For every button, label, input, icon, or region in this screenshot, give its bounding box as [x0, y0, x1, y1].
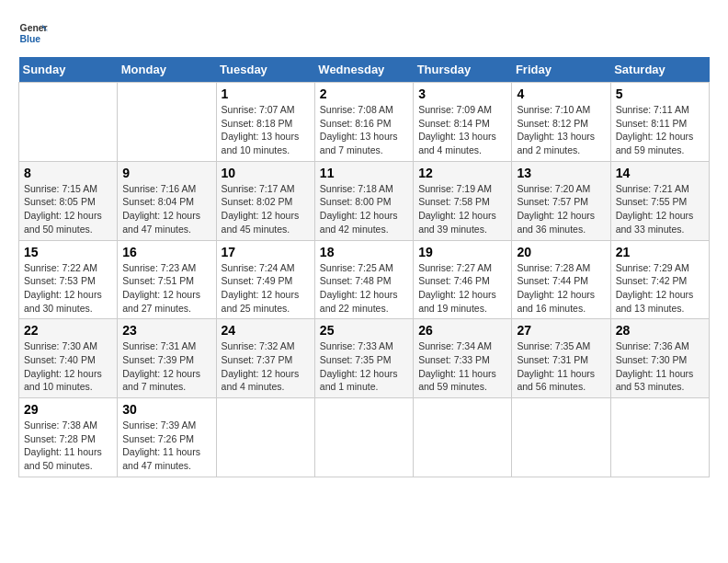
- day-detail: Sunrise: 7:19 AMSunset: 7:58 PMDaylight:…: [418, 182, 506, 236]
- calendar-cell: 10Sunrise: 7:17 AMSunset: 8:02 PMDayligh…: [216, 161, 314, 240]
- day-detail: Sunrise: 7:36 AMSunset: 7:30 PMDaylight:…: [616, 339, 704, 394]
- col-header-monday: Monday: [118, 57, 216, 83]
- day-number: 2: [320, 86, 408, 101]
- day-number: 21: [616, 245, 704, 259]
- col-header-wednesday: Wednesday: [314, 57, 413, 83]
- day-number: 15: [24, 245, 112, 259]
- day-detail: Sunrise: 7:21 AMSunset: 7:55 PMDaylight:…: [616, 182, 704, 236]
- day-detail: Sunrise: 7:08 AMSunset: 8:16 PMDaylight:…: [320, 103, 408, 157]
- day-detail: Sunrise: 7:09 AMSunset: 8:14 PMDaylight:…: [418, 103, 506, 157]
- day-detail: Sunrise: 7:16 AMSunset: 8:04 PMDaylight:…: [122, 182, 210, 236]
- day-number: 19: [418, 245, 506, 259]
- day-detail: Sunrise: 7:07 AMSunset: 8:18 PMDaylight:…: [222, 103, 310, 157]
- day-number: 24: [222, 323, 310, 338]
- calendar-cell: [512, 398, 610, 477]
- logo: General Blue: [18, 18, 48, 48]
- day-detail: Sunrise: 7:33 AMSunset: 7:35 PMDaylight:…: [320, 339, 408, 394]
- calendar-cell: [610, 398, 709, 477]
- week-row-1: 1Sunrise: 7:07 AMSunset: 8:18 PMDaylight…: [19, 83, 710, 162]
- day-detail: Sunrise: 7:17 AMSunset: 8:02 PMDaylight:…: [222, 182, 310, 236]
- calendar-cell: 21Sunrise: 7:29 AMSunset: 7:42 PMDayligh…: [610, 240, 709, 319]
- day-number: 22: [24, 323, 112, 338]
- day-number: 11: [320, 166, 408, 180]
- calendar-cell: 5Sunrise: 7:11 AMSunset: 8:11 PMDaylight…: [610, 83, 709, 162]
- day-number: 25: [320, 323, 408, 338]
- day-number: 3: [418, 86, 506, 101]
- day-detail: Sunrise: 7:32 AMSunset: 7:37 PMDaylight:…: [222, 339, 310, 394]
- week-row-2: 8Sunrise: 7:15 AMSunset: 8:05 PMDaylight…: [19, 161, 710, 240]
- calendar-cell: 18Sunrise: 7:25 AMSunset: 7:48 PMDayligh…: [314, 240, 413, 319]
- day-detail: Sunrise: 7:27 AMSunset: 7:46 PMDaylight:…: [418, 261, 506, 316]
- day-number: 29: [24, 402, 112, 417]
- week-row-4: 22Sunrise: 7:30 AMSunset: 7:40 PMDayligh…: [19, 319, 710, 398]
- day-detail: Sunrise: 7:23 AMSunset: 7:51 PMDaylight:…: [122, 261, 210, 316]
- day-detail: Sunrise: 7:35 AMSunset: 7:31 PMDaylight:…: [517, 339, 605, 394]
- calendar-cell: 3Sunrise: 7:09 AMSunset: 8:14 PMDaylight…: [414, 83, 512, 162]
- calendar-cell: 1Sunrise: 7:07 AMSunset: 8:18 PMDaylight…: [216, 83, 314, 162]
- col-header-thursday: Thursday: [414, 57, 512, 83]
- day-number: 30: [122, 402, 210, 417]
- calendar-cell: 15Sunrise: 7:22 AMSunset: 7:53 PMDayligh…: [19, 240, 118, 319]
- day-detail: Sunrise: 7:30 AMSunset: 7:40 PMDaylight:…: [24, 339, 112, 394]
- calendar-cell: 14Sunrise: 7:21 AMSunset: 7:55 PMDayligh…: [610, 161, 709, 240]
- calendar-table: SundayMondayTuesdayWednesdayThursdayFrid…: [18, 57, 710, 477]
- calendar-cell: 29Sunrise: 7:38 AMSunset: 7:28 PMDayligh…: [19, 398, 118, 477]
- day-detail: Sunrise: 7:29 AMSunset: 7:42 PMDaylight:…: [616, 261, 704, 316]
- calendar-cell: 13Sunrise: 7:20 AMSunset: 7:57 PMDayligh…: [512, 161, 610, 240]
- calendar-cell: [19, 83, 118, 162]
- calendar-cell: 20Sunrise: 7:28 AMSunset: 7:44 PMDayligh…: [512, 240, 610, 319]
- week-row-3: 15Sunrise: 7:22 AMSunset: 7:53 PMDayligh…: [19, 240, 710, 319]
- day-detail: Sunrise: 7:20 AMSunset: 7:57 PMDaylight:…: [517, 182, 605, 236]
- day-number: 8: [24, 166, 112, 180]
- col-header-friday: Friday: [512, 57, 610, 83]
- day-detail: Sunrise: 7:25 AMSunset: 7:48 PMDaylight:…: [320, 261, 408, 316]
- day-number: 9: [122, 166, 210, 180]
- day-number: 28: [616, 323, 704, 338]
- day-detail: Sunrise: 7:22 AMSunset: 7:53 PMDaylight:…: [24, 261, 112, 316]
- day-number: 4: [517, 86, 605, 101]
- calendar-cell: 22Sunrise: 7:30 AMSunset: 7:40 PMDayligh…: [19, 319, 118, 398]
- page-header: General Blue: [18, 18, 710, 48]
- calendar-cell: 28Sunrise: 7:36 AMSunset: 7:30 PMDayligh…: [610, 319, 709, 398]
- svg-text:Blue: Blue: [20, 34, 41, 44]
- calendar-cell: 17Sunrise: 7:24 AMSunset: 7:49 PMDayligh…: [216, 240, 314, 319]
- day-detail: Sunrise: 7:24 AMSunset: 7:49 PMDaylight:…: [222, 261, 310, 316]
- calendar-cell: 26Sunrise: 7:34 AMSunset: 7:33 PMDayligh…: [414, 319, 512, 398]
- day-detail: Sunrise: 7:39 AMSunset: 7:26 PMDaylight:…: [122, 419, 210, 473]
- day-number: 5: [616, 86, 704, 101]
- day-detail: Sunrise: 7:31 AMSunset: 7:39 PMDaylight:…: [122, 339, 210, 394]
- calendar-cell: 24Sunrise: 7:32 AMSunset: 7:37 PMDayligh…: [216, 319, 314, 398]
- day-number: 27: [517, 323, 605, 338]
- calendar-cell: 19Sunrise: 7:27 AMSunset: 7:46 PMDayligh…: [414, 240, 512, 319]
- day-number: 23: [122, 323, 210, 338]
- calendar-cell: 27Sunrise: 7:35 AMSunset: 7:31 PMDayligh…: [512, 319, 610, 398]
- day-detail: Sunrise: 7:38 AMSunset: 7:28 PMDaylight:…: [24, 419, 112, 473]
- calendar-cell: 16Sunrise: 7:23 AMSunset: 7:51 PMDayligh…: [118, 240, 216, 319]
- calendar-cell: [118, 83, 216, 162]
- day-number: 1: [222, 86, 310, 101]
- svg-text:General: General: [20, 23, 48, 33]
- day-detail: Sunrise: 7:28 AMSunset: 7:44 PMDaylight:…: [517, 261, 605, 316]
- calendar-cell: 9Sunrise: 7:16 AMSunset: 8:04 PMDaylight…: [118, 161, 216, 240]
- day-detail: Sunrise: 7:10 AMSunset: 8:12 PMDaylight:…: [517, 103, 605, 157]
- day-number: 26: [418, 323, 506, 338]
- day-number: 17: [222, 245, 310, 259]
- calendar-cell: 8Sunrise: 7:15 AMSunset: 8:05 PMDaylight…: [19, 161, 118, 240]
- day-detail: Sunrise: 7:15 AMSunset: 8:05 PMDaylight:…: [24, 182, 112, 236]
- day-number: 16: [122, 245, 210, 259]
- calendar-cell: 30Sunrise: 7:39 AMSunset: 7:26 PMDayligh…: [118, 398, 216, 477]
- day-number: 18: [320, 245, 408, 259]
- day-number: 13: [517, 166, 605, 180]
- calendar-cell: [314, 398, 413, 477]
- col-header-saturday: Saturday: [610, 57, 709, 83]
- day-number: 12: [418, 166, 506, 180]
- day-detail: Sunrise: 7:11 AMSunset: 8:11 PMDaylight:…: [616, 103, 704, 157]
- day-detail: Sunrise: 7:18 AMSunset: 8:00 PMDaylight:…: [320, 182, 408, 236]
- calendar-cell: 4Sunrise: 7:10 AMSunset: 8:12 PMDaylight…: [512, 83, 610, 162]
- calendar-cell: [414, 398, 512, 477]
- calendar-cell: 12Sunrise: 7:19 AMSunset: 7:58 PMDayligh…: [414, 161, 512, 240]
- day-number: 10: [222, 166, 310, 180]
- week-row-5: 29Sunrise: 7:38 AMSunset: 7:28 PMDayligh…: [19, 398, 710, 477]
- day-detail: Sunrise: 7:34 AMSunset: 7:33 PMDaylight:…: [418, 339, 506, 394]
- calendar-cell: [216, 398, 314, 477]
